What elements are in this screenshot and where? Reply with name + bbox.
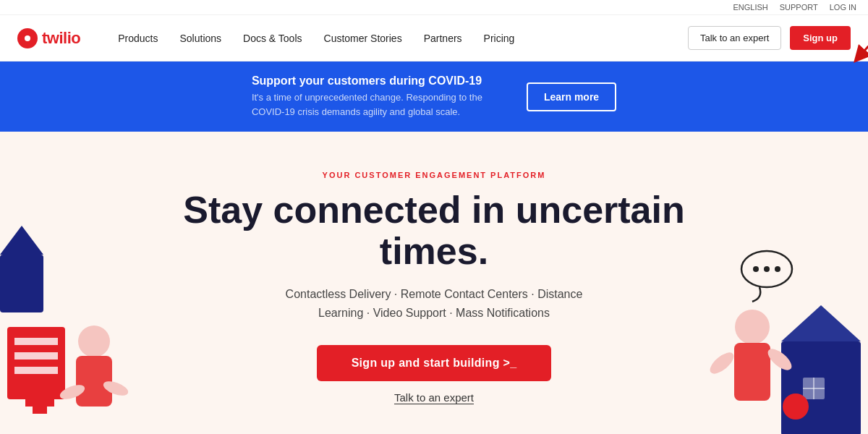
hero-subtitle-line1: Contactless Delivery · Remote Contact Ce… xyxy=(286,288,583,300)
svg-point-7 xyxy=(78,326,110,357)
support-link[interactable]: SUPPORT xyxy=(780,3,818,12)
svg-rect-1 xyxy=(7,327,65,399)
nav-item-docs-tools[interactable]: Docs & Tools xyxy=(234,27,310,50)
signup-button[interactable]: Sign up xyxy=(790,26,851,50)
svg-point-26 xyxy=(775,266,780,272)
svg-marker-12 xyxy=(0,226,43,255)
hero-section: YOUR CUSTOMER ENGAGEMENT PLATFORM Stay c… xyxy=(0,132,868,434)
nav-item-customer-stories[interactable]: Customer Stories xyxy=(315,27,411,50)
svg-rect-2 xyxy=(14,338,58,345)
svg-line-0 xyxy=(859,24,868,56)
svg-rect-5 xyxy=(33,385,47,414)
svg-rect-6 xyxy=(25,392,54,407)
talk-to-expert-button[interactable]: Talk to an expert xyxy=(688,26,781,50)
svg-point-22 xyxy=(783,393,809,420)
hero-cta-secondary[interactable]: Talk to an expert xyxy=(394,391,474,404)
svg-rect-4 xyxy=(14,367,58,374)
nav-item-solutions[interactable]: Solutions xyxy=(171,27,230,50)
svg-rect-19 xyxy=(734,343,770,401)
logo[interactable]: twilio xyxy=(17,28,80,48)
hero-subtitle-line2: Learning · Video Support · Mass Notifica… xyxy=(318,307,550,319)
hero-title: Stay connected in uncertain times. xyxy=(163,190,705,272)
hero-subtitle: Contactless Delivery · Remote Contact Ce… xyxy=(286,285,583,322)
logo-text: twilio xyxy=(42,29,80,48)
banner-text: Support your customers during COVID-19 I… xyxy=(252,75,498,119)
svg-point-10 xyxy=(101,378,129,398)
login-link[interactable]: LOG IN xyxy=(830,3,856,12)
logo-icon xyxy=(17,28,38,48)
nav-links: Products Solutions Docs & Tools Customer… xyxy=(109,27,688,50)
hero-cta-primary[interactable]: Sign up and start building >_ xyxy=(317,345,552,381)
nav-item-pricing[interactable]: Pricing xyxy=(475,27,524,50)
banner-subtitle: It's a time of unprecedented change. Res… xyxy=(252,90,498,119)
hero-illustration-left xyxy=(0,211,145,434)
svg-rect-13 xyxy=(781,341,861,434)
svg-rect-15 xyxy=(803,378,825,399)
nav-item-products[interactable]: Products xyxy=(109,27,166,50)
svg-point-18 xyxy=(735,310,770,344)
svg-point-25 xyxy=(764,266,770,272)
svg-point-23 xyxy=(741,251,792,287)
svg-point-21 xyxy=(765,345,795,374)
covid-banner: Support your customers during COVID-19 I… xyxy=(0,61,868,132)
navbar: twilio Products Solutions Docs & Tools C… xyxy=(0,15,868,61)
svg-rect-8 xyxy=(76,356,112,407)
svg-point-9 xyxy=(58,382,86,401)
banner-title: Support your customers during COVID-19 xyxy=(252,75,498,88)
hero-buttons: Sign up and start building >_ Talk to an… xyxy=(317,345,552,404)
nav-actions: Talk to an expert Sign up xyxy=(688,26,851,50)
svg-marker-14 xyxy=(781,305,861,341)
svg-rect-11 xyxy=(0,255,43,312)
language-selector[interactable]: ENGLISH xyxy=(733,3,767,12)
nav-item-partners[interactable]: Partners xyxy=(415,27,471,50)
utility-bar: ENGLISH SUPPORT LOG IN xyxy=(0,0,868,15)
svg-point-24 xyxy=(753,266,759,272)
hero-illustration-right xyxy=(709,211,868,434)
svg-rect-3 xyxy=(14,352,58,359)
svg-point-20 xyxy=(709,349,737,378)
learn-more-button[interactable]: Learn more xyxy=(527,82,616,111)
hero-tag: YOUR CUSTOMER ENGAGEMENT PLATFORM xyxy=(323,171,546,179)
